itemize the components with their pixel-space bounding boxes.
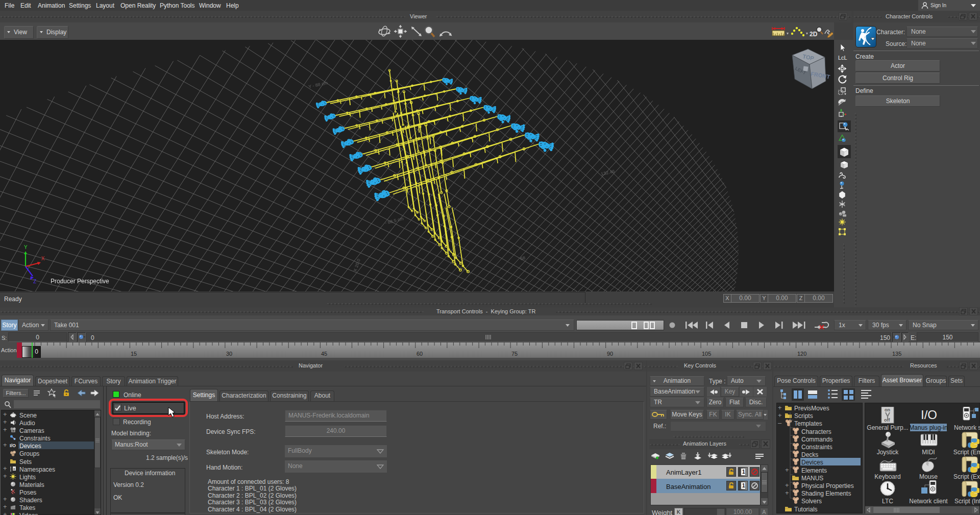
svg-text:Z: Z	[33, 279, 36, 284]
svg-text:Producer Perspective: Producer Perspective	[51, 278, 109, 285]
svg-text:a: a	[13, 467, 15, 471]
svg-text:Y: Y	[24, 244, 28, 250]
svg-text:LcL: LcL	[838, 55, 847, 61]
svg-text:1: 1	[742, 483, 745, 488]
svg-text:1: 1	[742, 469, 745, 475]
svg-text:I/O: I/O	[10, 443, 16, 448]
svg-text:I/O: I/O	[921, 408, 937, 422]
svg-text:on: on	[885, 407, 890, 412]
svg-text:X: X	[41, 256, 45, 261]
svg-text:2D: 2D	[810, 31, 818, 38]
